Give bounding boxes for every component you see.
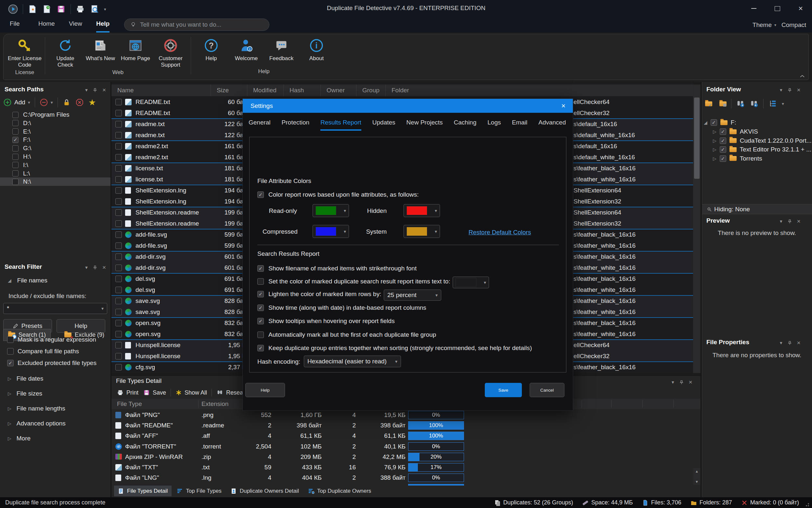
checkbox[interactable] (12, 154, 18, 160)
menu-tab-view[interactable]: View (69, 20, 82, 31)
checkbox[interactable] (7, 360, 14, 366)
file-type-row-partial[interactable] (111, 483, 701, 485)
lighten-percent-combo[interactable]: 25 percent▾ (384, 290, 441, 301)
report-option-1[interactable]: Set the color of marked duplicate search… (257, 278, 562, 285)
checkbox[interactable] (720, 146, 726, 153)
expand-triangle-icon[interactable]: ▷ (713, 156, 717, 161)
checkbox[interactable] (12, 162, 18, 168)
filter-section-advanced-options[interactable]: ▷Advanced options (8, 420, 65, 427)
uncheck-all-folders-icon[interactable] (719, 101, 727, 106)
search-path-item[interactable]: C:\Program Files (0, 111, 110, 119)
dialog-close-icon[interactable]: × (558, 101, 568, 111)
chevron-down-icon[interactable]: ▾ (672, 379, 674, 385)
file-type-row[interactable]: Файл "AFF".aff461,1 КБ461,1 КБ100% (111, 431, 701, 441)
close-icon[interactable]: × (689, 379, 692, 386)
checkbox[interactable] (720, 128, 726, 135)
chevron-down-icon[interactable]: ▾ (780, 218, 782, 224)
settings-tab-results-report[interactable]: Results Report (320, 119, 361, 131)
save-project-icon[interactable] (56, 4, 66, 14)
pin-icon[interactable] (787, 219, 792, 224)
settings-tab-new-projects[interactable]: New Projects (406, 119, 443, 131)
checkbox[interactable] (257, 265, 264, 272)
color-rows-checkbox-row[interactable]: Color report rows based upon file attrib… (257, 191, 419, 198)
column-header-modified[interactable]: Modified (247, 85, 283, 96)
file-type-row[interactable]: qbФайл "TORRENT".torrent2,504102 МБ240,1… (111, 441, 701, 452)
tree-view-icon[interactable] (768, 99, 777, 108)
save-report-button[interactable]: Save (143, 389, 166, 396)
checkbox[interactable] (257, 291, 264, 297)
checkbox[interactable] (257, 332, 264, 338)
column-header-extension[interactable]: Extension (201, 400, 228, 408)
filter-checkbox-0[interactable]: Mask is a regular expression (7, 336, 96, 343)
checkbox[interactable] (115, 298, 122, 304)
file-type-row[interactable]: Файл "LNG".lng4404 КБ2388 байт0% (111, 473, 701, 483)
pin-icon[interactable] (93, 265, 97, 270)
compressed-color-combo[interactable]: ▾ (313, 225, 349, 238)
checkbox[interactable] (257, 345, 264, 351)
settings-tab-email[interactable]: Email (512, 119, 527, 131)
read-only-color-combo[interactable]: ▾ (313, 204, 349, 217)
report-tab-file-types-detail[interactable]: File Types Detail (114, 485, 172, 496)
remove-path-button[interactable]: ▾ (40, 98, 53, 107)
start-search-icon[interactable] (8, 4, 18, 14)
checkbox[interactable] (115, 110, 122, 116)
pin-icon[interactable] (787, 341, 792, 345)
checkbox[interactable] (12, 112, 18, 118)
report-option-0[interactable]: Show filename of marked items with strik… (257, 265, 562, 272)
tree-item-text-editor-pro-[interactable]: ▷Text Editor Pro 32.1.1 + ... (713, 146, 811, 153)
ribbon-button-feedback[interactable]: Feedback (265, 35, 298, 67)
checkbox[interactable] (115, 276, 122, 282)
close-icon[interactable]: × (102, 86, 106, 94)
column-header-group[interactable]: Group (356, 85, 386, 96)
checkbox[interactable] (115, 165, 122, 172)
ribbon-button-welcome[interactable]: iWelcome (229, 35, 263, 67)
tree-item-akvis[interactable]: ▷AKVIS (713, 128, 758, 135)
menu-tab-home[interactable]: Home (38, 20, 55, 31)
checkbox[interactable] (257, 304, 264, 311)
filter-section-file-dates[interactable]: ▷File dates (8, 375, 43, 382)
close-icon[interactable]: × (797, 339, 801, 346)
ribbon-button-customer-support[interactable]: Customer Support (154, 35, 187, 68)
report-option-3[interactable]: Show time (along with date) in date-base… (257, 304, 562, 311)
file-type-row[interactable]: Архив ZIP - WinRAR.zip4209 МБ242,2 МБ20% (111, 452, 701, 462)
open-project-icon[interactable] (42, 4, 52, 14)
expand-triangle-icon[interactable]: ▷ (713, 147, 717, 152)
report-option-5[interactable]: Automatically mark all but the first of … (257, 331, 562, 338)
print-icon[interactable] (75, 4, 85, 14)
chevron-down-icon[interactable]: ▾ (780, 87, 782, 93)
collapse-triangle-icon[interactable]: ◢ (704, 120, 707, 125)
search-path-item[interactable]: D:\ (0, 119, 110, 127)
checkbox[interactable] (115, 254, 122, 260)
checkbox[interactable] (115, 243, 122, 249)
checkbox[interactable] (115, 121, 122, 127)
menu-tab-help[interactable]: Help (96, 20, 109, 33)
search-path-item[interactable]: E:\ (0, 127, 110, 136)
report-tab-duplicate-owners-detail[interactable]: Duplicate Owners Detail (227, 485, 303, 496)
checkbox[interactable] (115, 187, 122, 194)
filter-checkbox-1[interactable]: Compare full file paths (7, 348, 79, 355)
checkbox[interactable] (115, 220, 122, 227)
menu-tab-file[interactable]: File (10, 20, 20, 31)
ribbon-button-update-check[interactable]: Update Check (48, 35, 82, 68)
settings-tab-protection[interactable]: Protection (282, 119, 310, 131)
customize-toolbar-icon[interactable]: ▾ (104, 7, 106, 12)
close-icon[interactable]: × (102, 264, 106, 271)
checkbox[interactable] (115, 99, 122, 105)
settings-tab-logs[interactable]: Logs (487, 119, 501, 131)
checkbox[interactable] (115, 287, 122, 293)
checkbox[interactable] (12, 145, 18, 152)
search-path-item[interactable]: H:\ (0, 153, 110, 161)
checkbox[interactable] (12, 128, 18, 134)
tellme-search-input[interactable]: Tell me what you want to do... (124, 18, 269, 31)
file-name-pattern-combo[interactable]: *▾ (3, 303, 107, 314)
pin-icon[interactable] (93, 88, 97, 92)
check-all-folders-icon[interactable]: ✓ (705, 101, 712, 106)
column-header-owner[interactable]: Owner (320, 85, 356, 96)
column-header-name[interactable]: Name (111, 85, 211, 96)
checkbox[interactable] (115, 353, 122, 359)
add-path-button[interactable]: Add ▾ (3, 98, 30, 107)
file-type-row[interactable]: Файл "TXT".txt59433 КБ1676,9 КБ17% (111, 462, 701, 473)
chevron-down-icon[interactable]: ▾ (85, 87, 88, 93)
theme-button[interactable]: Theme▾ (753, 22, 776, 29)
print-preview-icon[interactable] (90, 4, 99, 14)
